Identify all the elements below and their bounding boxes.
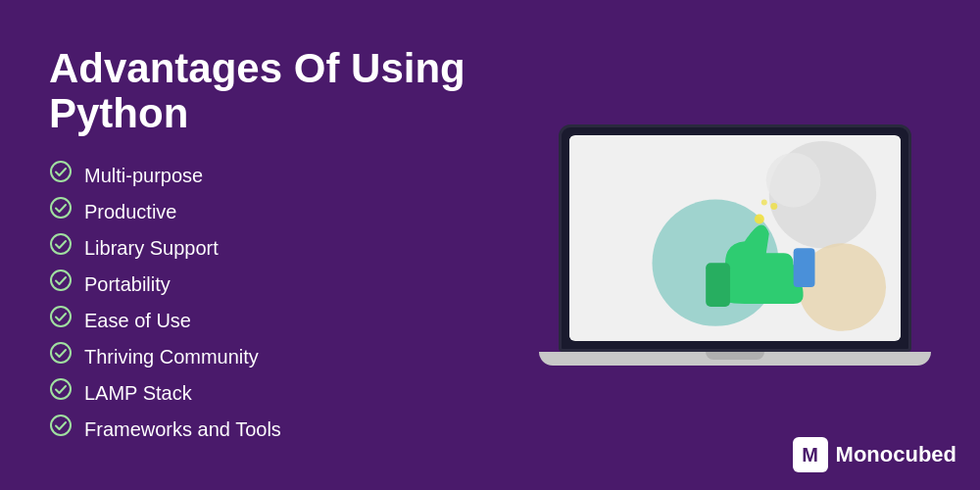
check-icon	[49, 377, 73, 408]
svg-rect-14	[794, 248, 815, 287]
list-item-text: Library Support	[84, 234, 219, 262]
list-item: LAMP Stack	[49, 377, 539, 408]
logo-area: M Monocubed	[793, 437, 956, 472]
list-item: Frameworks and Tools	[49, 414, 539, 444]
svg-point-3	[51, 270, 71, 290]
svg-point-5	[51, 343, 71, 363]
list-item: Portability	[49, 269, 539, 299]
svg-point-10	[766, 153, 821, 208]
svg-point-15	[755, 214, 764, 223]
list-item: Ease of Use	[49, 305, 539, 335]
svg-point-6	[51, 379, 71, 399]
list-item: Thriving Community	[49, 341, 539, 371]
logo-icon: M	[793, 437, 828, 472]
laptop-base	[539, 352, 931, 366]
svg-point-16	[770, 203, 777, 210]
list-item: Productive	[49, 196, 539, 226]
check-icon	[49, 196, 73, 226]
laptop-illustration	[549, 124, 921, 366]
logo-text: Monocubed	[836, 442, 956, 467]
svg-point-0	[51, 162, 71, 181]
check-icon	[49, 232, 73, 263]
laptop-screen-wrapper	[559, 124, 911, 352]
main-container: Advantages Of Using Python Multi-purpose…	[0, 0, 980, 490]
advantages-list: Multi-purpose Productive Library Support…	[49, 160, 539, 444]
list-item-text: Frameworks and Tools	[84, 416, 281, 443]
list-item: Library Support	[49, 232, 539, 263]
list-item-text: Thriving Community	[84, 343, 259, 370]
page-title: Advantages Of Using Python	[49, 46, 539, 136]
illustration-svg	[569, 136, 901, 341]
svg-point-1	[51, 198, 71, 218]
check-icon	[49, 341, 73, 371]
svg-point-17	[761, 199, 767, 205]
list-item-text: Portability	[84, 270, 171, 298]
check-icon	[49, 305, 73, 335]
svg-point-4	[51, 307, 71, 326]
list-item: Multi-purpose	[49, 160, 539, 190]
svg-rect-13	[706, 263, 730, 307]
svg-point-2	[51, 234, 71, 254]
check-icon	[49, 414, 73, 444]
left-panel: Advantages Of Using Python Multi-purpose…	[49, 46, 539, 444]
list-item-text: Ease of Use	[84, 307, 191, 334]
svg-point-7	[51, 416, 71, 435]
check-icon	[49, 160, 73, 190]
check-icon	[49, 269, 73, 299]
list-item-text: Multi-purpose	[84, 162, 203, 189]
list-item-text: Productive	[84, 198, 177, 225]
right-panel	[539, 124, 931, 366]
list-item-text: LAMP Stack	[84, 379, 192, 407]
laptop-screen	[569, 135, 901, 341]
